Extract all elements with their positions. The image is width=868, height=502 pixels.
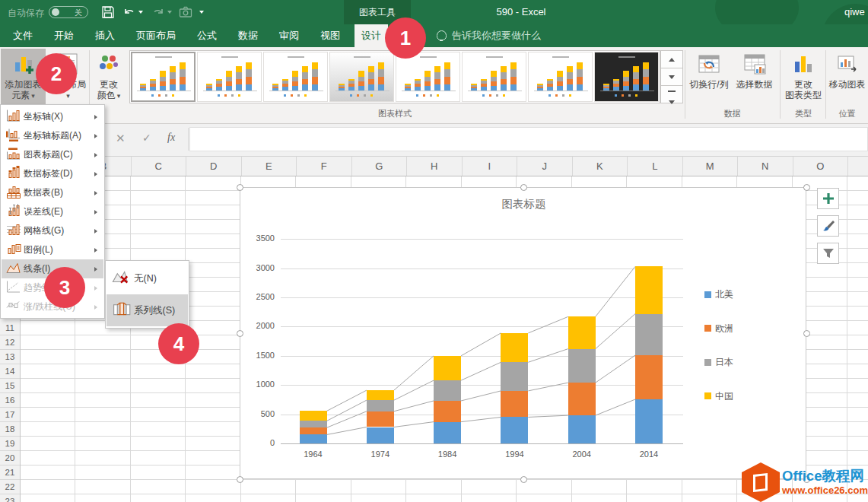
redo-icon[interactable] xyxy=(151,5,166,20)
cancel-icon[interactable]: ✕ xyxy=(116,132,126,145)
save-icon[interactable] xyxy=(100,5,116,20)
row-header-18[interactable]: 18 xyxy=(0,422,20,437)
selection-handle[interactable] xyxy=(803,184,810,191)
gallery-scroll-up-button[interactable] xyxy=(660,50,683,68)
row-header-23[interactable]: 23 xyxy=(0,494,20,502)
undo-dropdown-icon[interactable] xyxy=(138,11,143,14)
camera-icon[interactable] xyxy=(178,5,193,20)
chart-elements-button[interactable] xyxy=(817,188,839,209)
column-header-O[interactable]: O xyxy=(793,157,849,176)
column-header-C[interactable]: C xyxy=(132,157,187,176)
insert-function-icon[interactable]: fx xyxy=(167,132,175,144)
column-header-G[interactable]: G xyxy=(352,157,408,176)
selection-handle[interactable] xyxy=(520,476,527,483)
column-header-F[interactable]: F xyxy=(297,157,352,176)
row-header-12[interactable]: 12 xyxy=(0,335,20,350)
submenu-item-无(N)[interactable]: 无(N) xyxy=(107,262,188,294)
menu-item-数据表(B)[interactable]: 数据表(B) xyxy=(2,183,103,202)
column-header-N[interactable]: N xyxy=(738,157,793,176)
tab-公式[interactable]: 公式 xyxy=(190,24,224,47)
change-colors-button[interactable]: 更改颜色 xyxy=(91,49,127,104)
chart-style-thumb-5[interactable] xyxy=(396,52,460,102)
submenu-arrow-icon xyxy=(94,210,97,214)
tab-开始[interactable]: 开始 xyxy=(47,24,81,47)
row-header-20[interactable]: 20 xyxy=(0,451,20,465)
legend-label-日本[interactable]: 日本 xyxy=(715,356,733,369)
row-header-13[interactable]: 13 xyxy=(0,350,20,364)
row-header-16[interactable]: 16 xyxy=(0,393,20,408)
chart-style-thumb-1[interactable] xyxy=(131,52,196,102)
selection-handle[interactable] xyxy=(803,330,810,337)
chart-style-thumb-2[interactable] xyxy=(197,52,262,102)
row-header-11[interactable]: 11 xyxy=(0,321,20,335)
menu-item-坐标轴标题(A)[interactable]: 坐标轴标题(A) xyxy=(2,126,103,145)
column-header-I[interactable]: I xyxy=(463,157,518,176)
submenu-item-系列线(S)[interactable]: 系列线(S) xyxy=(107,294,188,326)
tab-设计[interactable]: 设计 xyxy=(355,24,388,47)
row-header-22[interactable]: 22 xyxy=(0,480,20,494)
gallery-scrollbar xyxy=(660,50,683,103)
legend-label-中国[interactable]: 中国 xyxy=(715,390,733,403)
tab-数据[interactable]: 数据 xyxy=(231,24,265,47)
column-header-J[interactable]: J xyxy=(517,157,573,176)
column-header-M[interactable]: M xyxy=(683,157,739,176)
chart-style-thumb-3[interactable] xyxy=(263,52,328,102)
gallery-scroll-down-button[interactable] xyxy=(660,68,683,86)
step-callout-2: 2 xyxy=(36,53,77,94)
column-header-D[interactable]: D xyxy=(186,157,242,176)
selection-handle[interactable] xyxy=(520,184,527,191)
menu-item-数据标签(D)[interactable]: 数据标签(D) xyxy=(2,164,103,183)
move-chart-button[interactable]: 移动图表 xyxy=(827,49,867,104)
more-arrow-icon xyxy=(669,100,675,104)
column-header-H[interactable]: H xyxy=(407,157,463,176)
formula-input[interactable] xyxy=(189,127,868,151)
column-header-K[interactable]: K xyxy=(573,157,628,176)
group-separator xyxy=(780,50,781,119)
chart-style-thumb-7[interactable] xyxy=(528,52,593,102)
group-label-data: 数据 xyxy=(687,108,777,119)
row-header-17[interactable]: 17 xyxy=(0,408,20,422)
undo-icon[interactable] xyxy=(122,5,137,20)
row-header-21[interactable]: 21 xyxy=(0,465,20,480)
switch-row-column-button[interactable]: 切换行/列 xyxy=(687,49,731,104)
qat-more-icon[interactable] xyxy=(199,11,204,14)
gallery-more-button[interactable] xyxy=(660,85,683,103)
row-header-19[interactable]: 19 xyxy=(0,437,20,451)
menu-item-图表标题(C)[interactable]: 图表标题(C) xyxy=(2,145,103,164)
tab-审阅[interactable]: 审阅 xyxy=(272,24,306,47)
column-header-L[interactable]: L xyxy=(628,157,683,176)
tab-页面布局[interactable]: 页面布局 xyxy=(129,24,183,47)
enter-icon[interactable]: ✓ xyxy=(142,132,151,144)
row-header-14[interactable]: 14 xyxy=(0,364,20,379)
tab-视图[interactable]: 视图 xyxy=(313,24,347,47)
chart-styles-button[interactable] xyxy=(817,215,839,237)
selection-handle[interactable] xyxy=(237,330,243,337)
title-bar: 自动保存 关 图表工具 590 - Excel qiwe xyxy=(0,0,868,24)
chart-style-thumb-8[interactable] xyxy=(594,52,659,102)
legend-marker-欧洲 xyxy=(704,325,711,332)
column-header-E[interactable]: E xyxy=(242,157,297,176)
chart-style-thumb-6[interactable] xyxy=(462,52,526,102)
menu-item-图例(L)[interactable]: 图例(L) xyxy=(2,240,103,259)
select-data-button[interactable]: 选择数据 xyxy=(732,49,777,104)
tab-文件[interactable]: 文件 xyxy=(6,24,40,47)
redo-dropdown-icon[interactable] xyxy=(167,11,172,14)
menu-item-误差线(E)[interactable]: 误差线(E) xyxy=(2,202,103,221)
selection-handle[interactable] xyxy=(237,184,243,191)
menu-item-坐标轴(X)[interactable]: 坐标轴(X) xyxy=(2,107,103,126)
selection-handle[interactable] xyxy=(237,476,243,483)
column-headers[interactable]: BCDEFGHIJKLMNO xyxy=(0,157,868,176)
chart-object[interactable]: 图表标题050010001500200025003000350019641974… xyxy=(240,187,806,479)
chart-filters-button[interactable] xyxy=(817,243,839,264)
legend-label-北美[interactable]: 北美 xyxy=(715,288,733,301)
tab-插入[interactable]: 插入 xyxy=(88,24,122,47)
chart-style-thumb-4[interactable] xyxy=(329,52,394,102)
change-chart-type-button[interactable]: 更改图表类型 xyxy=(782,49,825,104)
autosave-toggle[interactable]: 关 xyxy=(49,6,88,18)
tell-me-box[interactable]: 告诉我你想要做什么 xyxy=(437,24,541,47)
legend-label-欧洲[interactable]: 欧洲 xyxy=(715,322,733,335)
legend-icon xyxy=(4,242,24,259)
updown-bars-icon xyxy=(4,299,24,316)
menu-item-网格线(G)[interactable]: 网格线(G) xyxy=(2,221,103,240)
row-header-15[interactable]: 15 xyxy=(0,379,20,393)
